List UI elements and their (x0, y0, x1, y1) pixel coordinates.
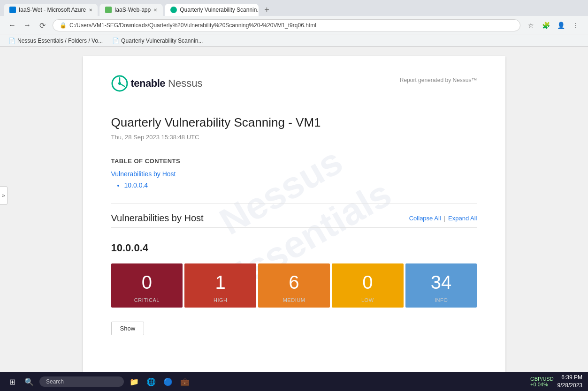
new-tab-button[interactable]: + (260, 6, 273, 14)
tab-webapp[interactable]: IaaS-Web-app ✕ (99, 4, 163, 16)
taskbar-clock: 6:39 PM 9/28/2023 (557, 374, 582, 390)
medium-label: MEDIUM (283, 297, 305, 303)
toc-host-label: 10.0.0.4 (124, 181, 148, 189)
report-date: Thu, 28 Sep 2023 15:38:48 UTC (111, 134, 477, 141)
taskbar-edge[interactable]: 🌐 (145, 375, 158, 388)
severity-card-medium: 6 MEDIUM (258, 263, 330, 308)
vuln-section-title: Vulnerabilities by Host (111, 213, 204, 224)
tab-bar: IaaS-Wet - Microsoft Azure ✕ IaaS-Web-ap… (0, 0, 588, 16)
bookmark-quarterly[interactable]: 📄 Quarterly Vulnerability Scannin... (109, 37, 206, 45)
tenable-logo-text: tenable (131, 77, 166, 90)
low-label: LOW (361, 297, 374, 303)
taskbar-right: GBP/USD +0.04% 6:39 PM 9/28/2023 (530, 374, 582, 390)
tab-favicon-azure (9, 7, 16, 13)
reload-button[interactable]: ⟳ (36, 19, 49, 32)
currency-pair: GBP/USD (530, 376, 554, 382)
tab-close-webapp[interactable]: ✕ (153, 8, 157, 13)
tab-favicon-webapp (105, 7, 112, 13)
collapse-expand-controls: Collapse All | Expand All (409, 215, 477, 222)
severity-card-high: 1 HIGH (184, 263, 256, 308)
nessus-logo-text: Nessus (168, 77, 202, 90)
high-count: 1 (215, 273, 226, 292)
severity-card-low: 0 LOW (332, 263, 404, 308)
high-label: HIGH (214, 297, 228, 303)
tab-close-azure[interactable]: ✕ (89, 8, 92, 13)
toc-heading: TABLE OF CONTENTS (111, 158, 477, 165)
severity-card-critical: 0 CRITICAL (111, 263, 183, 308)
taskbar-file-explorer[interactable]: 📁 (128, 375, 141, 388)
taskbar-currency: GBP/USD +0.04% (530, 376, 554, 387)
severity-cards: 0 CRITICAL 1 HIGH 6 MEDIUM 0 LOW 34 IN (111, 263, 477, 308)
toc-list: 10.0.0.4 (111, 181, 477, 189)
bookmark-star-button[interactable]: ☆ (524, 19, 537, 32)
toc-section: TABLE OF CONTENTS Vulnerabilities by Hos… (111, 158, 477, 189)
tab-azure[interactable]: IaaS-Wet - Microsoft Azure ✕ (4, 4, 98, 16)
taskbar-left: ⊞ 🔍 📁 🌐 🔵 💼 (6, 375, 191, 388)
content-layer: tenable Nessus Report generated by Nessu… (111, 75, 477, 335)
bookmark-quarterly-icon: 📄 (112, 38, 119, 44)
bookmark-nessus-icon: 📄 (8, 38, 15, 44)
section-divider (111, 203, 477, 203)
search-taskbar-icon[interactable]: 🔍 (23, 375, 36, 388)
collapse-all-link[interactable]: Collapse All (409, 215, 441, 222)
info-label: INFO (435, 297, 448, 303)
taskbar-date: 9/28/2023 (557, 382, 582, 390)
report-generated-text: Report generated by Nessus™ (400, 75, 477, 83)
tab-label-nessus: Quarterly Vulnerability Scannin... (180, 7, 259, 13)
host-section-divider (111, 227, 477, 228)
bookmark-quarterly-label: Quarterly Vulnerability Scannin... (121, 38, 203, 44)
forward-button[interactable]: → (21, 19, 34, 32)
tenable-logo: tenable Nessus (111, 75, 203, 92)
url-bar[interactable]: 🔒 C:/Users/VM1-SEG/Downloads/Quarterly%2… (53, 19, 520, 31)
vuln-section-header: Vulnerabilities by Host Collapse All | E… (111, 213, 477, 224)
profile-button[interactable]: 👤 (554, 19, 567, 32)
back-button[interactable]: ← (6, 19, 19, 32)
browser-actions: ☆ 🧩 👤 ⋮ (524, 19, 582, 32)
tab-favicon-nessus (170, 7, 177, 13)
extension-button[interactable]: 🧩 (539, 19, 552, 32)
tenable-logo-icon (111, 75, 128, 92)
page-wrapper: » Nessus Essentials tenable Nessus (0, 47, 588, 382)
tab-nessus[interactable]: Quarterly Vulnerability Scannin... ✕ (165, 4, 259, 16)
start-button[interactable]: ⊞ (6, 375, 19, 388)
expand-all-link[interactable]: Expand All (448, 215, 477, 222)
critical-count: 0 (142, 273, 152, 292)
nav-buttons: ← → ⟳ (6, 19, 49, 32)
report-container: Nessus Essentials tenable Nessus Report … (83, 56, 505, 372)
currency-change: +0.04% (530, 382, 554, 387)
report-title: Quarterly Vulnerability Scanning - VM1 (111, 115, 477, 130)
toc-host-item[interactable]: 10.0.0.4 (124, 181, 477, 189)
tab-label-webapp: IaaS-Web-app (115, 7, 151, 13)
report-header: tenable Nessus Report generated by Nessu… (111, 75, 477, 92)
bookmark-nessus[interactable]: 📄 Nessus Essentials / Folders / Vo... (6, 37, 106, 45)
tab-label-azure: IaaS-Wet - Microsoft Azure (19, 7, 86, 13)
menu-button[interactable]: ⋮ (569, 19, 582, 32)
sidebar-expand-button[interactable]: » (0, 186, 8, 205)
taskbar-search-input[interactable] (39, 376, 124, 387)
toc-vuln-link[interactable]: Vulnerabilities by Host (111, 170, 477, 178)
severity-card-info: 34 INFO (405, 263, 477, 308)
taskbar-chrome[interactable]: 🔵 (161, 375, 175, 388)
lock-icon: 🔒 (60, 22, 67, 29)
critical-label: CRITICAL (134, 297, 160, 303)
low-count: 0 (362, 273, 373, 292)
medium-count: 6 (289, 273, 299, 292)
svg-point-1 (118, 82, 121, 85)
url-text: C:/Users/VM1-SEG/Downloads/Quarterly%20V… (69, 22, 316, 29)
browser-chrome: IaaS-Wet - Microsoft Azure ✕ IaaS-Web-ap… (0, 0, 588, 47)
taskbar: ⊞ 🔍 📁 🌐 🔵 💼 GBP/USD +0.04% 6:39 PM 9/28/… (0, 372, 588, 391)
pipe-divider: | (444, 215, 445, 222)
bookmark-nessus-label: Nessus Essentials / Folders / Vo... (17, 38, 103, 44)
bookmarks-bar: 📄 Nessus Essentials / Folders / Vo... 📄 … (0, 35, 588, 46)
taskbar-teams[interactable]: 💼 (178, 375, 191, 388)
info-count: 34 (431, 273, 452, 292)
taskbar-time: 6:39 PM (557, 374, 582, 382)
host-ip-title: 10.0.0.4 (111, 242, 477, 254)
show-button[interactable]: Show (111, 322, 145, 335)
address-bar: ← → ⟳ 🔒 C:/Users/VM1-SEG/Downloads/Quart… (0, 16, 588, 35)
